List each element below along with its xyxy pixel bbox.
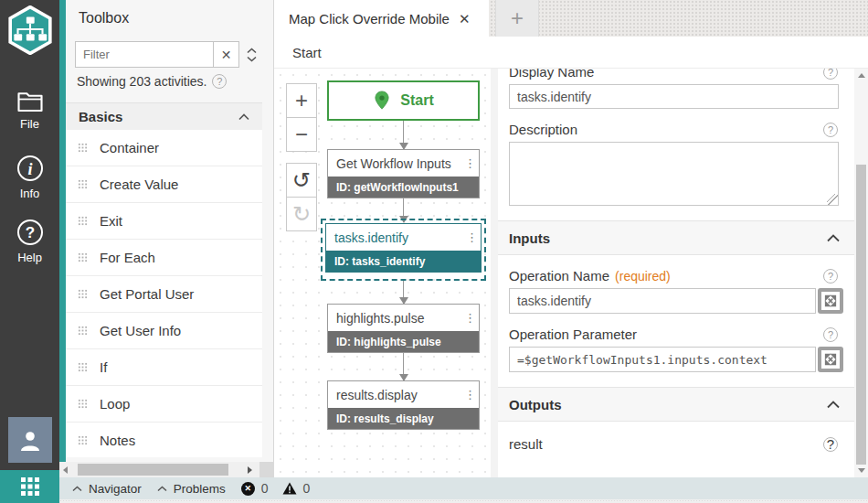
toolbox-horizontal-scrollbar[interactable] [59,462,274,477]
connector-arrow [403,281,404,304]
drag-handle-icon [78,435,88,445]
sidebar-item-label: File [20,117,39,131]
required-badge: (required) [615,269,671,284]
expression-toggle-button[interactable] [818,347,843,372]
filter-input[interactable] [76,42,213,67]
connector-arrow [403,121,404,149]
help-icon[interactable]: ? [823,269,838,284]
user-account-button[interactable] [8,417,52,463]
panel-gutter [491,69,498,477]
activity-count-text: Showing 203 activities. [77,74,206,89]
tab-strip: Map Click Override Mobile ✕ + [274,0,868,37]
toolbox-item-label: Create Value [100,177,178,192]
inputs-section-header[interactable]: Inputs [498,220,854,255]
help-icon[interactable]: ? [212,74,227,89]
node-tasks-identify[interactable]: tasks.identify ⋮ ID: tasks_identify [325,223,482,273]
node-results-display[interactable]: results.display ⋮ ID: results_display [327,380,480,430]
node-id: ID: results_display [328,408,479,429]
workflow-canvas[interactable]: + − ↺ ↻ Start Get Workflow Inputs ⋮ ID: … [274,69,491,477]
node-highlights-pulse[interactable]: highlights.pulse ⋮ ID: highlights_pulse [327,304,480,353]
operation-parameter-input-row [509,347,843,372]
toolbox-item-label: Get User Info [100,323,181,338]
svg-text:i: i [27,160,32,178]
node-menu-kebab-icon[interactable]: ⋮ [464,316,473,320]
node-menu-kebab-icon[interactable]: ⋮ [464,161,473,166]
scroll-up-arrow-icon[interactable] [858,73,865,78]
toolbox-item-create-value[interactable]: Create Value [66,166,262,203]
drag-handle-icon [78,179,88,189]
status-bar: Navigator Problems ✕ 0 0 [59,477,868,499]
apps-grid-icon [19,476,41,498]
sidebar-item-file[interactable]: File [0,90,59,131]
plus-icon: + [511,5,524,31]
description-textarea[interactable] [509,142,839,206]
new-tab-button[interactable]: + [495,0,539,37]
node-menu-kebab-icon[interactable]: ⋮ [466,235,475,240]
expression-toggle-button[interactable] [818,288,843,314]
description-row: Description ? [498,122,854,137]
sidebar-item-help[interactable]: ? Help [0,218,59,264]
chevron-up-icon[interactable] [72,486,82,492]
user-icon [16,425,45,455]
error-count: 0 [261,481,269,496]
scroll-right-arrow-icon[interactable] [248,466,252,474]
toolbox-section-basics[interactable]: Basics [66,102,262,130]
node-start[interactable]: Start [327,80,480,121]
accent-divider [59,0,66,503]
chevron-up-icon[interactable] [157,486,167,492]
chevron-up-icon [827,401,840,409]
tab-map-click-override-mobile[interactable]: Map Click Override Mobile ✕ [274,0,489,37]
help-icon[interactable]: ? [823,69,838,80]
outputs-section-header[interactable]: Outputs [498,387,854,422]
toolbox-item-if[interactable]: If [66,349,262,386]
drag-handle-icon [78,326,88,336]
warning-count: 0 [303,481,311,496]
scroll-left-arrow-icon[interactable] [63,466,68,474]
toolbox-item-notes[interactable]: Notes [66,423,262,457]
display-name-input[interactable] [509,84,839,109]
node-title: results.display [336,388,418,402]
drag-handle-icon [78,399,88,409]
breadcrumb-start[interactable]: Start [292,45,322,60]
help-icon[interactable]: ? [823,437,838,452]
help-icon[interactable]: ? [823,123,838,137]
operation-parameter-input[interactable] [509,347,816,372]
node-menu-kebab-icon[interactable]: ⋮ [464,392,473,397]
toolbox-item-get-portal-user[interactable]: Get Portal User [66,276,262,313]
node-id: ID: tasks_identify [326,251,481,272]
redo-button[interactable]: ↻ [286,197,317,231]
workflow-designer-app: File i Info ? Help [0,0,868,503]
operation-name-input-row [509,288,843,314]
undo-button[interactable]: ↺ [286,163,317,198]
collapse-expand-all-button[interactable] [239,41,263,68]
node-tasks-identify-selected[interactable]: tasks.identify ⋮ ID: tasks_identify [321,219,486,281]
scrollbar-thumb[interactable] [856,165,866,465]
problems-toggle[interactable]: Problems [174,482,226,496]
properties-vertical-scrollbar[interactable] [854,69,868,477]
node-id: ID: highlights_pulse [328,331,479,352]
toolbox-item-exit[interactable]: Exit [66,203,262,240]
operation-parameter-label: Operation Parameter [509,326,637,342]
sidebar-item-info[interactable]: i Info [0,154,59,200]
display-name-label: Display Name [509,69,594,80]
navigator-toggle[interactable]: Navigator [89,482,142,496]
node-get-workflow-inputs[interactable]: Get Workflow Inputs ⋮ ID: getWorkflowInp… [327,149,480,198]
drag-handle-icon [78,362,88,372]
clear-filter-button[interactable]: ✕ [213,42,238,67]
operation-name-input[interactable] [509,288,816,314]
toolbox-item-loop[interactable]: Loop [66,386,262,423]
error-icon: ✕ [241,482,255,496]
sidebar-item-label: Help [17,251,42,264]
zoom-out-button[interactable]: − [286,117,317,152]
close-tab-icon[interactable]: ✕ [459,12,471,26]
chevron-up-icon [247,48,257,54]
scrollbar-thumb[interactable] [78,464,228,476]
apps-grid-button[interactable] [0,470,59,503]
scroll-down-arrow-icon[interactable] [858,468,865,473]
workflow-hexagon-logo-icon [6,5,54,55]
help-icon[interactable]: ? [823,327,838,342]
toolbox-item-get-user-info[interactable]: Get User Info [66,313,262,349]
toolbox-item-container[interactable]: Container [66,130,262,166]
zoom-in-button[interactable]: + [286,83,317,118]
toolbox-item-for-each[interactable]: For Each [66,240,262,276]
